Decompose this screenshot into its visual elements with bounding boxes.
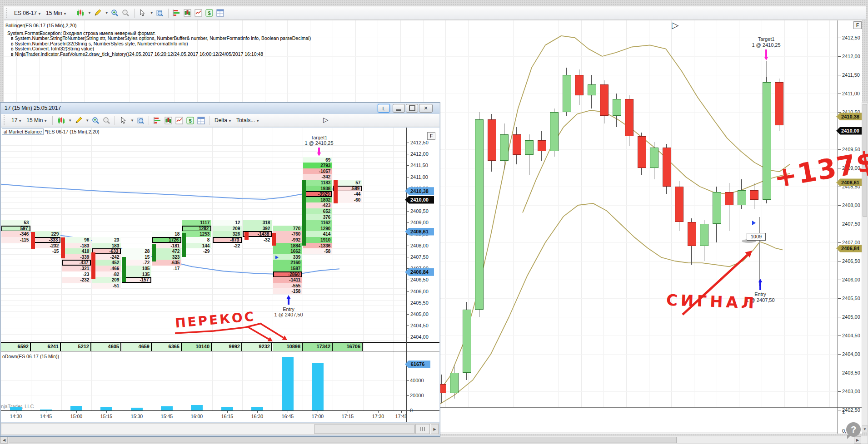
profile-cell: 1117	[182, 220, 211, 226]
axis-tick	[838, 56, 841, 57]
error-line: System.FormatException: Входная строка и…	[5, 31, 311, 36]
grid-icon[interactable]	[216, 9, 225, 18]
line-chart-icon[interactable]	[194, 9, 203, 18]
zoom-out-icon[interactable]	[102, 116, 111, 125]
bars-icon[interactable]	[153, 116, 162, 125]
link-button[interactable]: L	[378, 104, 390, 113]
main-price-axis[interactable]: F2412,502412,002411,502411,002410,502410…	[838, 20, 862, 434]
axis-tick	[838, 317, 841, 317]
profile-cell: -1411	[273, 277, 302, 283]
candles-icon[interactable]	[56, 116, 65, 125]
f-button[interactable]: F	[427, 132, 435, 140]
marker-triangle-icon[interactable]: ▷	[672, 20, 678, 30]
delta-profile-window[interactable]: 17 (15 Min) 25.05.2017 L ✕ 17▼ 15 Min▼ ▼…	[0, 102, 440, 437]
candle	[500, 134, 509, 160]
profile-cell: 410	[62, 248, 91, 254]
close-button[interactable]: ✕	[419, 104, 433, 113]
scroll-down-arrow[interactable]: ▼	[862, 426, 868, 432]
interval-selector[interactable]: 15 Min▼	[25, 116, 49, 124]
volume-axis-label: 40000	[410, 378, 424, 383]
profile-cell: 23	[92, 237, 121, 243]
grid-line	[1, 174, 406, 174]
line-chart-icon[interactable]	[175, 116, 184, 125]
zoom-in-icon[interactable]	[110, 9, 120, 18]
totals-row-border	[407, 351, 439, 351]
zoom-in-icon[interactable]	[91, 116, 100, 125]
profile-cell: 15	[122, 254, 151, 260]
candles2-icon[interactable]	[183, 9, 192, 18]
toolbar-grip[interactable]	[6, 8, 9, 18]
chevron-down-icon: ▼	[44, 119, 47, 123]
fg-indicator-label: al Market Balance *(ES 06-17 (15 Min),2,…	[2, 129, 100, 134]
candles-icon[interactable]	[76, 9, 85, 18]
pencil-icon[interactable]	[93, 9, 102, 18]
zoom-out-icon[interactable]	[121, 9, 130, 18]
scroll-left-arrow[interactable]: ◀	[0, 436, 8, 444]
help-icon[interactable]: ?	[846, 422, 861, 437]
bars-icon[interactable]	[172, 9, 181, 18]
grid-line	[363, 128, 364, 410]
marker-triangle-icon[interactable]: ▷	[323, 115, 329, 124]
price-label: 2411,00	[410, 174, 428, 180]
zoom-region-icon[interactable]	[136, 116, 145, 125]
price-tag: 2406,84	[405, 268, 434, 276]
instrument-selector[interactable]: ES 06-17▼	[13, 9, 43, 17]
chevron-down-icon: ▼	[150, 11, 154, 15]
profile-cell: -2860	[273, 271, 302, 277]
total-cell: 10898	[273, 343, 303, 351]
horizontal-scrollbar-main[interactable]: ◀ ▶	[0, 436, 868, 444]
axis-tick	[838, 280, 841, 280]
candle	[688, 222, 696, 246]
dollar-icon[interactable]: $	[185, 116, 195, 125]
f-button[interactable]: F	[853, 21, 862, 29]
toolbar-grip[interactable]	[4, 115, 6, 125]
interval-selector[interactable]: 15 Min▼	[45, 9, 68, 17]
time-tick	[227, 411, 228, 413]
grid-line	[1, 329, 406, 329]
time-tick	[401, 411, 402, 413]
horizontal-scrollbar-thumb[interactable]	[9, 437, 677, 443]
profile-cell: 323	[152, 254, 181, 260]
totals-selector[interactable]: Totals...▼	[235, 116, 261, 124]
profile-cell: 318	[243, 220, 272, 226]
fg-price-axis[interactable]: F2412,502412,002411,502411,002410,502410…	[406, 128, 439, 422]
grid-line	[1, 294, 406, 295]
profile-cell: 1162	[303, 220, 332, 226]
axis-tick	[838, 410, 841, 410]
maximize-button[interactable]	[406, 104, 418, 113]
price-label: 2408,00	[842, 202, 860, 208]
instrument-selector[interactable]: 17▼	[10, 116, 23, 124]
profile-cell: -82	[92, 271, 121, 277]
axis-tick	[407, 314, 409, 315]
candle	[575, 75, 584, 95]
candle	[738, 190, 746, 205]
candles2-icon[interactable]	[164, 116, 173, 125]
profile-cell: 53	[1, 220, 30, 226]
minimize-button[interactable]	[393, 104, 405, 113]
profile-cell: -15	[31, 248, 60, 254]
grid-icon[interactable]	[196, 116, 205, 125]
delta-profile-plot[interactable]: al Market Balance *(ES 06-17 (15 Min),2,…	[1, 128, 406, 422]
scroll-right-arrow[interactable]: ▶	[431, 424, 439, 434]
zoom-region-icon[interactable]	[155, 9, 165, 18]
time-label: 17:45	[395, 414, 406, 419]
pencil-icon[interactable]	[74, 116, 83, 125]
cursor-icon[interactable]	[138, 9, 147, 18]
grid-line	[807, 20, 808, 407]
scroll-right-arrow[interactable]: ▶	[854, 436, 861, 444]
dollar-icon[interactable]: $	[205, 9, 214, 18]
horizontal-scrollbar-fg[interactable]: ▶	[1, 423, 439, 435]
fg-scrollbar-thumb[interactable]	[314, 424, 415, 434]
fg-scrollbar-grip[interactable]	[415, 424, 430, 434]
axis-tick	[407, 395, 409, 396]
toolbar-separator	[115, 116, 115, 125]
time-label: 15:30	[131, 414, 143, 419]
price-label: 2406,50	[842, 258, 860, 264]
window-titlebar[interactable]: 17 (15 Min) 25.05.2017 L ✕	[1, 103, 439, 114]
axis-tick	[838, 38, 841, 38]
price-label: 2406,50	[410, 277, 429, 282]
cursor-icon[interactable]	[119, 116, 128, 125]
band-line	[436, 36, 790, 395]
delta-selector[interactable]: Delta▼	[213, 116, 233, 124]
profile-cell: -29	[182, 248, 211, 254]
